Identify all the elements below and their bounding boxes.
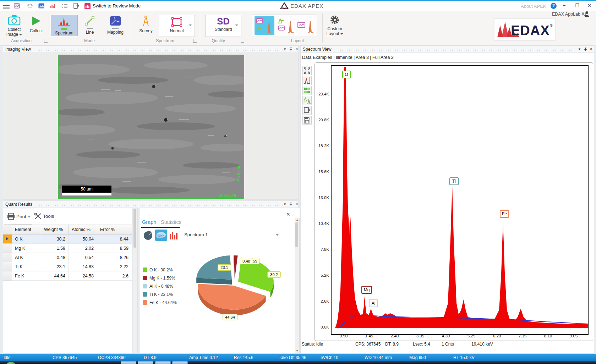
dialog-launcher-icon[interactable] (241, 39, 244, 43)
layout-option-1-selected[interactable] (255, 16, 274, 35)
fit-view-button[interactable] (302, 66, 312, 75)
layout-3-icon (297, 17, 316, 34)
table-row[interactable]: Ti K 23.1 14.83 2.22 (3, 262, 132, 271)
y-tick: 0.0K (315, 325, 329, 329)
info-icon[interactable]: i (543, 3, 545, 9)
pin-icon[interactable] (289, 48, 293, 51)
breadcrumb[interactable]: Data Examples | Illmenite | Area 3 | Ful… (302, 55, 394, 60)
layout-option-2[interactable] (277, 17, 296, 34)
legend-item: Mg K - 1.59% (149, 276, 175, 281)
pie-chart-type-icon[interactable] (143, 230, 153, 240)
help-icon[interactable]: ? (551, 3, 557, 9)
tools-button[interactable]: Tools (33, 209, 58, 224)
windows-taskbar[interactable] (0, 361, 596, 364)
panel-close-icon[interactable]: ✕ (589, 47, 594, 51)
scroll-down-icon[interactable]: ▼ (295, 349, 299, 353)
survey-compass-icon (141, 16, 151, 27)
spectrum-chart[interactable]: O Mg Al Ti Fe 23.4K 20.8K 18.2K 15.6K 13… (315, 62, 593, 341)
restore-button[interactable]: ❐ (575, 3, 579, 8)
export-spectrum-button[interactable] (302, 106, 312, 115)
table-row[interactable]: O K 30.2 58.04 8.44 (3, 235, 132, 244)
pin-icon[interactable] (289, 203, 293, 206)
legend-swatch-mg (143, 276, 147, 280)
table-row[interactable]: Fe K 44.64 24.58 2.6 (3, 271, 132, 281)
bar-chart-type-icon[interactable] (169, 230, 180, 240)
about-apex-link[interactable]: About APEX (521, 4, 546, 9)
user-icon[interactable] (584, 11, 590, 17)
spectrum-selector-chevron[interactable] (276, 234, 279, 236)
spectrum-normal-selector[interactable]: Normal (159, 15, 195, 37)
column-header-error[interactable]: Error % (97, 225, 132, 235)
minimize-button[interactable]: – (563, 2, 565, 8)
list-icon[interactable] (62, 4, 68, 9)
pin-icon[interactable] (584, 48, 587, 51)
y-tick: 15.6K (315, 170, 329, 174)
spectrum-selector[interactable]: Spectrum 1 (184, 232, 208, 237)
taskbar-app-button[interactable] (121, 361, 136, 364)
mode-mapping-button[interactable]: Mapping (103, 15, 128, 35)
close-button[interactable]: ✕ (587, 3, 591, 8)
tab-statistics[interactable]: Statistics (161, 219, 181, 225)
mode-spectrum-button[interactable]: Spectrum (51, 15, 78, 36)
column-header-weight[interactable]: Weight % (41, 225, 69, 235)
taskbar-app-button[interactable] (155, 361, 171, 364)
print-button[interactable]: Print (4, 209, 32, 225)
column-header-atomic[interactable]: Atomic % (69, 225, 97, 235)
pie3d-chart-type-icon-selected[interactable] (155, 230, 167, 241)
row-selector-cell[interactable] (3, 271, 12, 281)
tab-graph[interactable]: Graph (142, 219, 156, 225)
chevron-down-icon[interactable] (189, 24, 192, 26)
dialog-launcher-icon[interactable] (193, 39, 197, 43)
spectrum-mode-icon (58, 17, 71, 26)
save-button[interactable] (302, 116, 312, 125)
scale-spectrum-button[interactable] (302, 76, 312, 85)
table-row[interactable]: Al K 0.48 0.54 8.26 (3, 253, 132, 262)
image-adjust-icon[interactable] (14, 3, 20, 9)
quant-overlay-button[interactable] (302, 96, 312, 105)
start-button[interactable] (5, 362, 17, 364)
legend-swatch-o (143, 268, 147, 272)
print-dropdown-chevron[interactable] (28, 216, 31, 218)
taskbar-app-button[interactable] (138, 361, 153, 364)
switch-review-mode-button[interactable]: Switch to Review Mode (93, 3, 141, 9)
group-label-spectrum: Spectrum (151, 38, 179, 43)
ribbon: Collect Image Collect Spectrum Line Mapp… (0, 11, 596, 45)
vertical-scrollbar[interactable] (133, 208, 138, 354)
spectrum-plot-area[interactable] (331, 65, 589, 335)
panel-close-icon[interactable]: ✕ (294, 202, 299, 206)
scales-icon[interactable] (27, 3, 33, 9)
histogram-icon[interactable] (50, 3, 56, 9)
sem-image[interactable]: 50 um 189.2 µm 153.8 µm (58, 55, 244, 199)
taskbar-app-button[interactable] (172, 361, 188, 364)
panel-menu-icon[interactable]: ▾ (283, 202, 287, 206)
chevron-down-icon[interactable] (235, 24, 238, 26)
panel-menu-icon[interactable]: ▾ (577, 47, 582, 51)
row-selector-cell[interactable] (3, 235, 12, 244)
row-selector-cell[interactable] (3, 244, 12, 253)
grid-display-button[interactable] (302, 86, 312, 95)
panel-close-icon[interactable]: ✕ (294, 47, 299, 51)
quality-selector[interactable]: SD Standard (205, 15, 241, 37)
scroll-up-icon[interactable]: ▲ (295, 219, 299, 222)
image-icon[interactable] (38, 3, 44, 9)
survey-button[interactable]: Survey (137, 15, 155, 35)
layout-option-3[interactable] (297, 17, 316, 34)
normal-roi-icon (171, 17, 182, 27)
dialog-launcher-icon[interactable] (44, 39, 48, 43)
mode-line-button[interactable]: Line (80, 15, 100, 35)
scale-bar: 50 um (62, 186, 111, 193)
column-header-element[interactable]: Element (12, 225, 41, 235)
row-selector-cell[interactable] (3, 262, 12, 271)
graph-scrollbar[interactable]: ▲ ▼ (295, 218, 300, 353)
exit-icon[interactable] (73, 3, 79, 9)
svg-text:®: ® (550, 23, 553, 27)
hamburger-menu-icon[interactable] (3, 4, 10, 10)
graph-panel-close-icon[interactable]: ✕ (286, 211, 290, 217)
panel-menu-icon[interactable]: ▾ (283, 47, 287, 51)
row-selector-cell[interactable] (3, 253, 12, 262)
peak-label-Ti: Ti (449, 177, 459, 185)
custom-layout-button[interactable]: Custom Layout (324, 15, 346, 43)
status-ocps: OCPS 334860 (98, 355, 125, 360)
review-mode-icon[interactable] (84, 3, 91, 9)
table-row[interactable]: Mg K 1.59 2.02 8.59 (3, 244, 132, 253)
